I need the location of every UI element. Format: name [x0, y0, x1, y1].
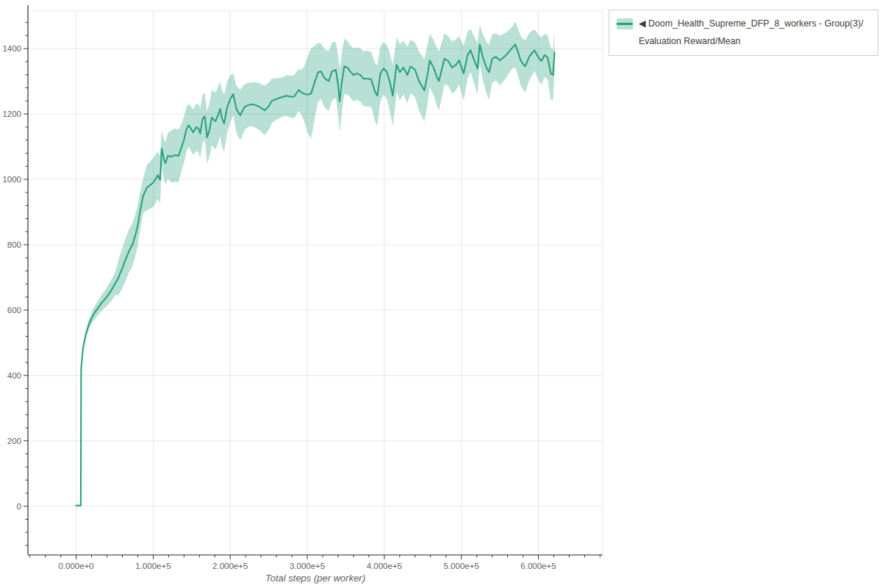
x-tick-label: 0.000e+0: [58, 562, 93, 570]
legend-entry: ◀ Doom_Health_Supreme_DFP_8_workers - Gr…: [639, 15, 869, 50]
legend-label: Doom_Health_Supreme_DFP_8_workers - Grou…: [639, 18, 864, 46]
y-tick-label: 1000: [2, 175, 21, 184]
y-tick-label: 1200: [2, 110, 21, 118]
legend-collapse-icon: ◀: [639, 18, 646, 29]
x-tick-label: 3.000e+5: [290, 562, 325, 570]
y-tick-label: 600: [7, 306, 21, 315]
legend[interactable]: ◀ Doom_Health_Supreme_DFP_8_workers - Gr…: [609, 10, 878, 56]
y-tick-label: 400: [7, 371, 21, 380]
x-tick-label: 1.000e+5: [135, 562, 171, 570]
legend-swatch-icon: [617, 18, 633, 29]
x-axis-title: Total steps (per worker): [265, 573, 365, 584]
line-chart: 0.000e+01.000e+52.000e+53.000e+54.000e+5…: [0, 0, 882, 588]
x-tick-label: 6.000e+5: [520, 562, 556, 570]
y-tick-label: 800: [7, 240, 21, 249]
y-tick-label: 0: [17, 502, 21, 511]
y-tick-label: 200: [7, 437, 21, 445]
x-tick-label: 5.000e+5: [444, 562, 479, 570]
x-tick-labels: 0.000e+01.000e+52.000e+53.000e+54.000e+5…: [58, 562, 556, 570]
legend-swatch-line-icon: [617, 23, 633, 25]
x-tick-label: 4.000e+5: [367, 562, 402, 570]
x-tick-label: 2.000e+5: [212, 562, 248, 570]
y-tick-labels: 0200400600800100012001400: [2, 44, 21, 511]
y-tick-label: 1400: [2, 44, 21, 53]
